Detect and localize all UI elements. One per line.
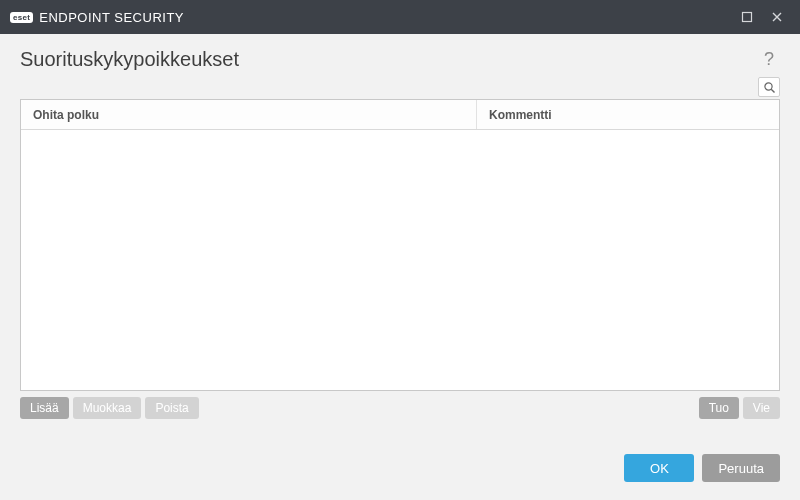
action-row: Lisää Muokkaa Poista Tuo Vie	[20, 397, 780, 419]
app-logo: eset ENDPOINT SECURITY	[10, 10, 184, 25]
edit-button: Muokkaa	[73, 397, 142, 419]
ok-button[interactable]: OK	[624, 454, 694, 482]
svg-point-1	[764, 82, 771, 89]
minimize-to-tray-button[interactable]	[732, 3, 762, 31]
close-button[interactable]	[762, 3, 792, 31]
cancel-button[interactable]: Peruuta	[702, 454, 780, 482]
delete-button: Poista	[145, 397, 198, 419]
header: Suorituskykypoikkeukset ?	[0, 34, 800, 77]
logo-badge: eset	[10, 12, 33, 23]
exclusions-table: Ohita polku Kommentti	[20, 99, 780, 391]
search-button[interactable]	[758, 77, 780, 97]
page-title: Suorituskykypoikkeukset	[20, 48, 239, 71]
column-header-path[interactable]: Ohita polku	[21, 100, 477, 129]
import-button[interactable]: Tuo	[699, 397, 739, 419]
help-icon[interactable]: ?	[758, 49, 780, 71]
titlebar: eset ENDPOINT SECURITY	[0, 0, 800, 34]
svg-rect-0	[743, 13, 752, 22]
export-button: Vie	[743, 397, 780, 419]
svg-line-2	[771, 89, 774, 92]
column-header-comment[interactable]: Kommentti	[477, 100, 779, 129]
add-button[interactable]: Lisää	[20, 397, 69, 419]
dialog-footer: OK Peruuta	[0, 440, 800, 500]
app-name: ENDPOINT SECURITY	[39, 10, 184, 25]
table-body[interactable]	[21, 130, 779, 390]
table-header: Ohita polku Kommentti	[21, 100, 779, 130]
